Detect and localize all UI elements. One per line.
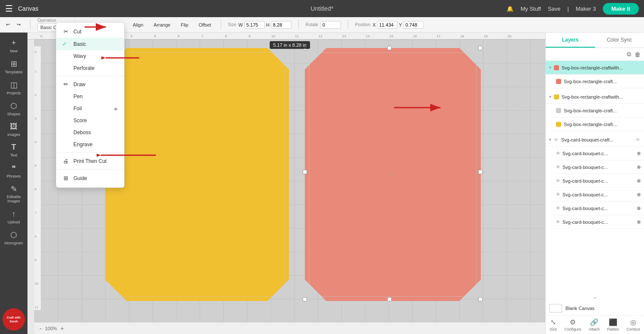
layer-item[interactable]: ▾ Svg-box-rectangle-craftwith...	[546, 61, 644, 75]
layer-snowflake-icon: ❄	[556, 192, 560, 197]
selection-handle-bl[interactable]	[303, 297, 307, 301]
sidebar-item-upload[interactable]: ↑ Upload	[1, 207, 26, 227]
selection-handle-tr[interactable]	[478, 46, 483, 50]
layer-item[interactable]: Svg-box-rectangle-craft...	[553, 75, 644, 88]
panel-action-configure[interactable]: ⚙ Configure	[565, 318, 581, 331]
left-sidebar: + New ⊞ Templates ◫ Projects ⬡ Shapes 🖼 …	[0, 33, 27, 334]
menu-item-basic[interactable]: ✓ Basic	[56, 38, 124, 50]
bottom-bar: - 100% +	[34, 322, 545, 334]
layer-item[interactable]: ▾ 👁 Svg-card-bouquet-craft... 👁	[546, 133, 644, 147]
selection-handle-rm[interactable]	[478, 170, 483, 174]
panel-action-label: Contour	[626, 327, 640, 331]
menu-item-score[interactable]: Score	[56, 114, 124, 126]
layer-item[interactable]: ❄ Svg-card-bouquet-c...	[553, 160, 644, 174]
layer-expand-icon[interactable]: ▾	[549, 137, 551, 142]
layer-item[interactable]: ❄ Svg-card-bouquet-c...	[553, 202, 644, 215]
maker-selector[interactable]: Maker 3	[576, 6, 596, 12]
layer-visibility-icon[interactable]: 👁	[635, 137, 641, 143]
size-w-input[interactable]	[244, 21, 265, 29]
sidebar-item-shapes[interactable]: ⬡ Shapes	[1, 99, 26, 119]
size-h-input[interactable]	[271, 21, 292, 29]
menu-item-pen[interactable]: Pen	[56, 90, 124, 102]
layer-item[interactable]: ❄ Svg-card-bouquet-c...	[553, 147, 644, 160]
zoom-out-button[interactable]: -	[39, 325, 42, 332]
panel-action-size[interactable]: ⤡ Size	[550, 318, 557, 331]
panel-delete-button[interactable]: 🗑	[635, 51, 641, 58]
sidebar-item-editable-images[interactable]: ✎ Editable Images	[1, 182, 26, 206]
menu-item-wavy[interactable]: Wavy	[56, 50, 124, 62]
pos-x-input[interactable]	[377, 21, 398, 29]
right-panel: Layers Color Sync ⧉ 🗑 ▾ Svg-box-rectangl…	[545, 33, 644, 334]
layer-item[interactable]: Svg-box-rectangle-craft...	[553, 104, 644, 117]
sidebar-item-phrases[interactable]: ❝ Phrases	[1, 161, 26, 181]
my-stuff-link[interactable]: My Stuff	[520, 6, 541, 12]
undo-button[interactable]: ↩	[3, 21, 12, 28]
save-link[interactable]: Save	[548, 6, 561, 12]
sidebar-item-label: Images	[7, 132, 20, 137]
pos-y-input[interactable]	[403, 21, 424, 29]
sidebar-item-projects[interactable]: ◫ Projects	[1, 78, 26, 98]
selection-handle-tm[interactable]	[387, 46, 392, 50]
editable-images-icon: ✎	[11, 184, 17, 194]
sidebar-item-label: Templates	[5, 70, 22, 74]
panel-action-attach[interactable]: 🔗 Attach	[589, 318, 600, 331]
zoom-level: 100%	[45, 326, 57, 331]
layer-expand-icon[interactable]: ▾	[549, 94, 551, 99]
tab-color-sync[interactable]: Color Sync	[595, 33, 644, 48]
arrange-button[interactable]: Arrange	[151, 21, 173, 28]
redo-button[interactable]: ↪	[14, 21, 23, 28]
bell-icon[interactable]: 🔔	[507, 6, 513, 12]
layer-expand-icon[interactable]: ▾	[549, 65, 551, 70]
align-button[interactable]: Align	[130, 21, 146, 28]
panel-action-contour[interactable]: ◎ Contour	[626, 318, 640, 331]
rotate-input[interactable]	[320, 21, 341, 29]
layer-item[interactable]: Svg-box-rectangle-craft...	[553, 117, 644, 131]
panel-copy-button[interactable]: ⧉	[627, 51, 631, 58]
menu-item-print-then-cut[interactable]: 🖨 Print Then Cut	[56, 154, 124, 168]
zoom-in-button[interactable]: +	[61, 325, 64, 332]
layer-name: Svg-card-bouquet-craft...	[561, 137, 633, 142]
cut-icon: ✂	[62, 28, 69, 35]
menu-item-cut[interactable]: ✂ Cut	[56, 25, 124, 38]
menu-item-guide[interactable]: ⊞ Guide	[56, 172, 124, 185]
sidebar-item-text[interactable]: T Text	[1, 140, 26, 160]
menu-item-draw[interactable]: ✏ Draw	[56, 78, 124, 90]
panel-action-flatten[interactable]: ⬛ Flatten	[607, 318, 619, 331]
flip-button[interactable]: Flip	[178, 21, 191, 28]
menu-label: Pen	[73, 93, 82, 99]
panel-action-label: Flatten	[607, 327, 619, 331]
sidebar-item-label: Shapes	[7, 112, 21, 116]
pink-shape[interactable]: +	[305, 48, 481, 301]
selection-handle-lm[interactable]	[303, 170, 307, 174]
sidebar-item-images[interactable]: 🖼 Images	[1, 120, 26, 139]
upload-icon: ↑	[12, 210, 16, 219]
menu-item-deboss[interactable]: Deboss	[56, 126, 124, 138]
menu-label: Engrave	[73, 141, 93, 147]
menu-item-perforate[interactable]: Perforate	[56, 62, 124, 74]
selection-handle-br[interactable]	[478, 297, 483, 301]
yellow-shape[interactable]	[105, 48, 289, 301]
text-icon: T	[12, 143, 16, 152]
pos-x-label: X	[373, 22, 376, 27]
sidebar-item-monogram[interactable]: ⬡ Monogram	[1, 228, 26, 248]
sidebar-item-new[interactable]: + New	[1, 36, 26, 56]
offset-button[interactable]: Offset	[196, 21, 214, 28]
layer-eye-icon[interactable]: 👁	[554, 137, 559, 142]
layer-item[interactable]: ❄ Svg-card-bouquet-c...	[553, 215, 644, 229]
menu-item-foil[interactable]: Foil ▶	[56, 102, 124, 114]
hamburger-icon[interactable]: ☰	[5, 3, 13, 14]
menu-label: Draw	[73, 81, 85, 87]
blank-canvas-swatch[interactable]	[549, 304, 562, 313]
layers-list: ▾ Svg-box-rectangle-craftwith... Svg-box…	[546, 61, 644, 291]
menu-item-engrave[interactable]: Engrave	[56, 138, 124, 150]
tab-layers[interactable]: Layers	[546, 33, 595, 48]
menu-label: Cut	[73, 29, 82, 35]
layer-dot	[637, 220, 641, 224]
layer-item[interactable]: ▾ Svg-box-rectangle-craftwith...	[546, 90, 644, 104]
layer-item[interactable]: ❄ Svg-card-bouquet-c...	[553, 188, 644, 202]
make-it-button[interactable]: Make It	[603, 3, 639, 15]
layer-name: Svg-card-bouquet-c...	[562, 220, 635, 225]
layer-item[interactable]: ❄ Svg-card-bouquet-c...	[553, 174, 644, 188]
sidebar-item-templates[interactable]: ⊞ Templates	[1, 57, 26, 77]
selection-handle-bm[interactable]	[387, 297, 392, 301]
